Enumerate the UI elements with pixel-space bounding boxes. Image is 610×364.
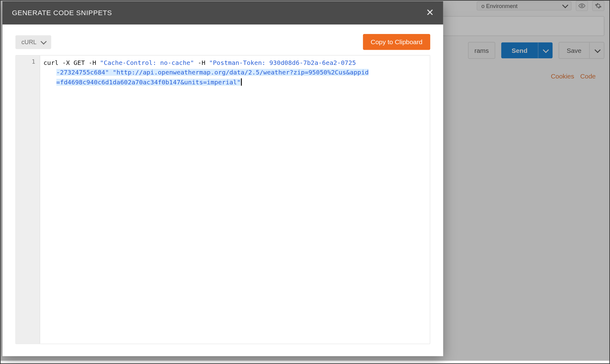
code-token-cmd: curl xyxy=(43,59,58,66)
svg-point-0 xyxy=(581,5,583,7)
save-split[interactable] xyxy=(589,42,604,58)
send-label: Send xyxy=(501,42,538,58)
copy-label: Copy to Clipboard xyxy=(371,38,422,46)
line-number: 1 xyxy=(16,58,35,65)
code-token-flag: -H xyxy=(89,59,96,66)
code-snippets-modal: GENERATE CODE SNIPPETS ✕ cURL Copy to Cl… xyxy=(2,1,443,356)
copy-to-clipboard-button[interactable]: Copy to Clipboard xyxy=(363,34,430,50)
chevron-down-icon xyxy=(41,39,45,45)
environment-select[interactable]: o Environment xyxy=(477,1,572,10)
code-editor[interactable]: 1 curl -X GET -H "Cache-Control: no-cach… xyxy=(15,55,430,344)
params-label: rams xyxy=(475,47,489,54)
code-token-string: =fd4698c940c6d1da602a70ac34f0b147&units=… xyxy=(56,79,241,86)
code-token-method: GET xyxy=(74,59,85,66)
code-token-string: "Cache-Control: no-cache" xyxy=(100,59,194,66)
close-icon[interactable]: ✕ xyxy=(426,8,434,18)
eye-icon[interactable] xyxy=(576,1,588,11)
code-link[interactable]: Code xyxy=(580,73,596,80)
gear-icon[interactable] xyxy=(592,1,604,11)
code-content[interactable]: curl -X GET -H "Cache-Control: no-cache"… xyxy=(40,56,430,344)
code-token-flag: -X xyxy=(62,59,70,66)
code-token-string: -27324755c684" xyxy=(56,69,109,76)
modal-header: GENERATE CODE SNIPPETS ✕ xyxy=(2,1,443,24)
chevron-down-icon xyxy=(595,46,599,54)
language-select[interactable]: cURL xyxy=(15,35,51,49)
chevron-down-icon xyxy=(543,46,548,54)
save-label: Save xyxy=(559,42,589,58)
text-cursor xyxy=(241,78,242,86)
code-token-flag: -H xyxy=(198,59,205,66)
chevron-down-icon xyxy=(562,2,567,9)
modal-body: cURL Copy to Clipboard 1 curl -X GET -H … xyxy=(2,24,443,356)
modal-title: GENERATE CODE SNIPPETS xyxy=(12,9,112,17)
code-token-string: "http://api.openweathermap.org/data/2.5/… xyxy=(113,69,369,76)
send-split[interactable] xyxy=(538,42,552,58)
environment-label: o Environment xyxy=(481,2,518,9)
params-button[interactable]: rams xyxy=(468,42,495,59)
save-button[interactable]: Save xyxy=(559,42,604,59)
line-gutter: 1 xyxy=(16,56,40,344)
code-token-string: "Postman-Token: 930d08d6-7b2a-6ea2-0725 xyxy=(209,59,356,66)
send-button[interactable]: Send xyxy=(501,42,552,58)
modal-toolbar: cURL Copy to Clipboard xyxy=(15,34,430,50)
cookies-link[interactable]: Cookies xyxy=(551,73,574,80)
language-label: cURL xyxy=(21,39,37,45)
